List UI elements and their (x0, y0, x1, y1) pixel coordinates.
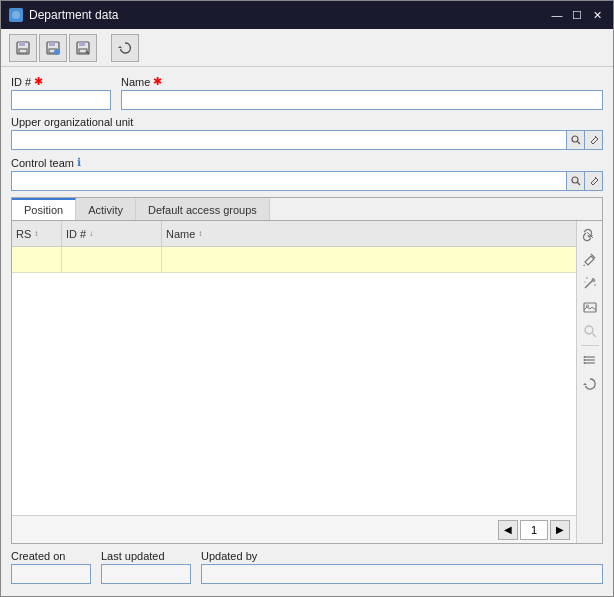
control-team-label: Control team ℹ (11, 156, 603, 169)
svg-rect-3 (19, 49, 27, 53)
window-controls: — ☐ ✕ (549, 7, 605, 23)
sidebar-separator (581, 345, 599, 346)
rs-sort-icon: ↕ (34, 229, 38, 238)
svg-marker-12 (118, 46, 122, 48)
col-name-header[interactable]: Name ↕ (162, 221, 576, 246)
control-team-input[interactable] (11, 171, 567, 191)
footer-row: Created on Last updated Updated by (11, 550, 603, 588)
svg-line-22 (585, 280, 593, 288)
tabs-header: Position Activity Default access groups (12, 198, 602, 221)
svg-point-35 (583, 359, 585, 361)
last-updated-input (101, 564, 191, 584)
svg-point-36 (583, 362, 585, 364)
created-on-input (11, 564, 91, 584)
svg-point-26 (584, 281, 585, 282)
tab-position[interactable]: Position (12, 198, 76, 220)
id-group: ID # ✱ (11, 75, 111, 110)
svg-point-25 (594, 284, 596, 286)
created-on-group: Created on (11, 550, 91, 584)
svg-point-0 (12, 11, 20, 19)
save-button-3[interactable] (69, 34, 97, 62)
tab-position-content: RS ↕ ID # ↓ Name (12, 221, 602, 543)
svg-rect-10 (79, 49, 87, 53)
control-team-group: Control team ℹ (11, 156, 603, 191)
upper-org-group: Upper organizational unit (11, 116, 603, 150)
svg-line-14 (577, 142, 580, 145)
save-button-2[interactable] (39, 34, 67, 62)
col-id-header[interactable]: ID # ↓ (62, 221, 162, 246)
id-name-row: ID # ✱ Name ✱ (11, 75, 603, 110)
sidebar-refresh-button[interactable] (580, 374, 600, 394)
close-button[interactable]: ✕ (589, 7, 605, 23)
toolbar (1, 29, 613, 67)
id-label: ID # ✱ (11, 75, 111, 88)
svg-point-29 (585, 326, 593, 334)
refresh-button[interactable] (111, 34, 139, 62)
svg-point-24 (586, 277, 588, 279)
name-required-star: ✱ (153, 75, 162, 88)
upper-org-label: Upper organizational unit (11, 116, 603, 128)
svg-point-13 (572, 136, 578, 142)
last-updated-group: Last updated (101, 550, 191, 584)
control-team-info-icon: ℹ (77, 156, 81, 169)
name-label: Name ✱ (121, 75, 603, 88)
control-team-input-container (11, 171, 603, 191)
svg-line-21 (583, 265, 585, 266)
table-pagination: ◀ 1 ▶ (12, 515, 576, 543)
tabs-container: Position Activity Default access groups … (11, 197, 603, 544)
svg-rect-2 (19, 42, 25, 46)
id-sort-icon: ↓ (89, 229, 93, 238)
svg-line-17 (577, 183, 580, 186)
svg-point-7 (54, 49, 60, 55)
table-area: RS ↕ ID # ↓ Name (12, 221, 576, 543)
upper-org-input[interactable] (11, 130, 567, 150)
updated-by-label: Updated by (201, 550, 603, 562)
list-button[interactable] (580, 350, 600, 370)
id-required-star: ✱ (34, 75, 43, 88)
form-content: ID # ✱ Name ✱ Upper organizational unit (1, 67, 613, 596)
upper-org-search-button[interactable] (567, 130, 585, 150)
name-sort-icon: ↕ (198, 229, 202, 238)
updated-by-group: Updated by (201, 550, 603, 584)
svg-marker-37 (583, 383, 587, 385)
table-sidebar (576, 221, 602, 543)
magic-button[interactable] (580, 273, 600, 293)
table-header: RS ↕ ID # ↓ Name (12, 221, 576, 247)
name-group: Name ✱ (121, 75, 603, 110)
svg-rect-9 (79, 42, 85, 46)
title-bar: Department data — ☐ ✕ (1, 1, 613, 29)
window-title: Department data (29, 8, 549, 22)
name-input[interactable] (121, 90, 603, 110)
svg-point-34 (583, 356, 585, 358)
main-window: Department data — ☐ ✕ (0, 0, 614, 597)
table-row[interactable] (12, 247, 576, 273)
upper-org-edit-button[interactable] (585, 130, 603, 150)
upper-org-input-container (11, 130, 603, 150)
created-on-label: Created on (11, 550, 91, 562)
prev-page-button[interactable]: ◀ (498, 520, 518, 540)
image-button[interactable] (580, 297, 600, 317)
page-number: 1 (520, 520, 548, 540)
svg-line-30 (592, 334, 596, 338)
last-updated-label: Last updated (101, 550, 191, 562)
svg-rect-5 (49, 42, 55, 46)
window-icon (9, 8, 23, 22)
link-button[interactable] (580, 225, 600, 245)
id-input[interactable] (11, 90, 111, 110)
tab-default-access-groups[interactable]: Default access groups (136, 198, 270, 220)
save-button-1[interactable] (9, 34, 37, 62)
updated-by-input (201, 564, 603, 584)
table-body (12, 247, 576, 515)
maximize-button[interactable]: ☐ (569, 7, 585, 23)
search-button[interactable] (580, 321, 600, 341)
control-team-edit-button[interactable] (585, 171, 603, 191)
next-page-button[interactable]: ▶ (550, 520, 570, 540)
edit-button[interactable] (580, 249, 600, 269)
control-team-search-button[interactable] (567, 171, 585, 191)
col-rs-header[interactable]: RS ↕ (12, 221, 62, 246)
svg-point-16 (572, 177, 578, 183)
minimize-button[interactable]: — (549, 7, 565, 23)
tab-activity[interactable]: Activity (76, 198, 136, 220)
